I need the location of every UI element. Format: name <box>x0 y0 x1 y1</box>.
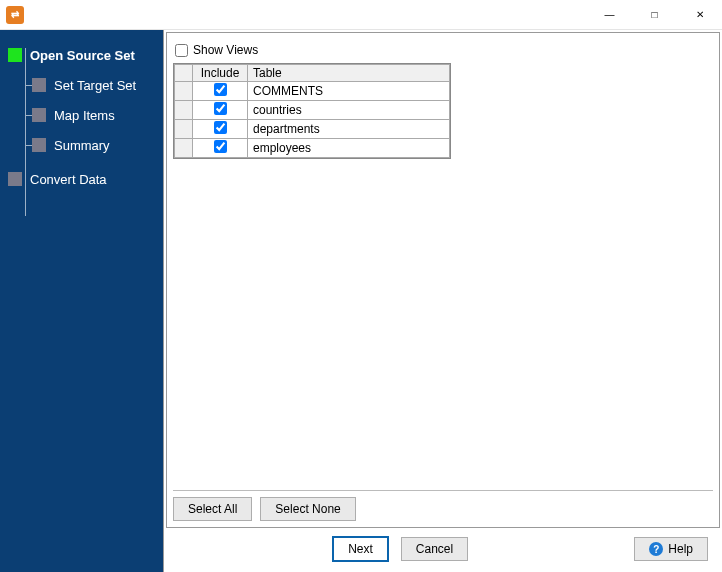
sidebar-item-label: Map Items <box>54 108 115 123</box>
wizard-sidebar: Open Source Set Set Target Set Map Items… <box>0 30 163 572</box>
include-checkbox[interactable] <box>214 102 227 115</box>
help-icon: ? <box>649 542 663 556</box>
row-handle[interactable] <box>175 139 193 158</box>
sidebar-item-open-source-set[interactable]: Open Source Set <box>0 40 163 70</box>
sidebar-item-label: Convert Data <box>30 172 107 187</box>
table-row[interactable]: COMMENTS <box>175 82 450 101</box>
table-row[interactable]: departments <box>175 120 450 139</box>
show-views-checkbox[interactable] <box>175 44 188 57</box>
cancel-button[interactable]: Cancel <box>401 537 468 561</box>
sidebar-item-label: Summary <box>54 138 110 153</box>
row-handle-header <box>175 65 193 82</box>
include-checkbox[interactable] <box>214 140 227 153</box>
app-icon: ⇄ <box>6 6 24 24</box>
show-views-row: Show Views <box>173 43 713 57</box>
step-marker-icon <box>32 108 46 122</box>
close-button[interactable]: ✕ <box>677 0 722 29</box>
row-handle[interactable] <box>175 101 193 120</box>
help-label: Help <box>668 542 693 556</box>
table-name-cell[interactable]: countries <box>248 101 450 120</box>
content-area: Show Views Include Table <box>163 30 722 572</box>
minimize-button[interactable]: — <box>587 0 632 29</box>
select-none-button[interactable]: Select None <box>260 497 355 521</box>
table-row[interactable]: countries <box>175 101 450 120</box>
sidebar-item-map-items[interactable]: Map Items <box>0 100 163 130</box>
include-checkbox[interactable] <box>214 121 227 134</box>
step-marker-icon <box>32 78 46 92</box>
include-checkbox[interactable] <box>214 83 227 96</box>
selection-button-row: Select All Select None <box>173 490 713 521</box>
step-marker-icon <box>8 172 22 186</box>
table-name-cell[interactable]: COMMENTS <box>248 82 450 101</box>
window-controls: — □ ✕ <box>587 0 722 29</box>
sidebar-item-convert-data[interactable]: Convert Data <box>0 164 163 194</box>
table-name-cell[interactable]: departments <box>248 120 450 139</box>
sidebar-item-label: Open Source Set <box>30 48 135 63</box>
table-row[interactable]: employees <box>175 139 450 158</box>
next-button[interactable]: Next <box>332 536 389 562</box>
tables-grid: Include Table COMMENTS c <box>173 63 451 159</box>
step-marker-icon <box>8 48 22 62</box>
main-pane: Show Views Include Table <box>166 32 720 528</box>
sidebar-item-summary[interactable]: Summary <box>0 130 163 160</box>
row-handle[interactable] <box>175 120 193 139</box>
sidebar-item-set-target-set[interactable]: Set Target Set <box>0 70 163 100</box>
sidebar-item-label: Set Target Set <box>54 78 136 93</box>
titlebar: ⇄ — □ ✕ <box>0 0 722 30</box>
table-header-row: Include Table <box>175 65 450 82</box>
row-handle[interactable] <box>175 82 193 101</box>
include-header: Include <box>193 65 248 82</box>
table-name-header: Table <box>248 65 450 82</box>
select-all-button[interactable]: Select All <box>173 497 252 521</box>
table-name-cell[interactable]: employees <box>248 139 450 158</box>
maximize-button[interactable]: □ <box>632 0 677 29</box>
step-marker-icon <box>32 138 46 152</box>
show-views-label: Show Views <box>193 43 258 57</box>
help-button[interactable]: ? Help <box>634 537 708 561</box>
wizard-footer: Next Cancel ? Help <box>164 530 722 572</box>
